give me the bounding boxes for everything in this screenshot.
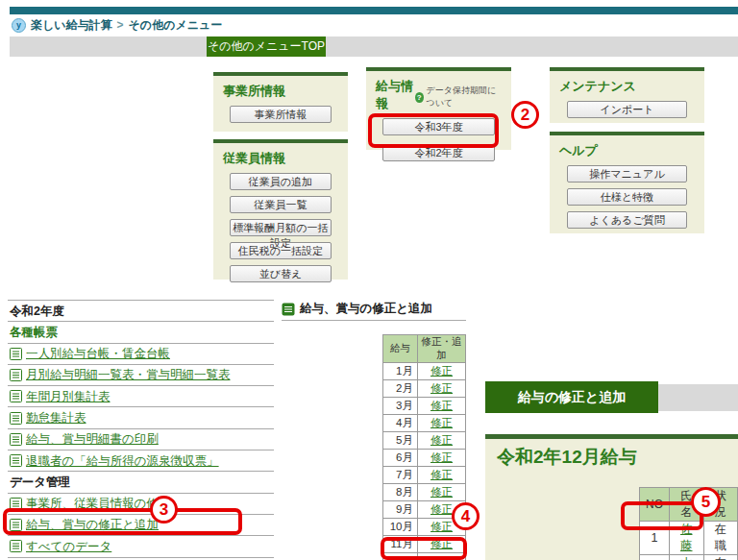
sidebar-item-all-data[interactable]: すべてのデータ (8, 536, 274, 557)
document-list-icon (10, 540, 22, 552)
top-accent-bar (10, 7, 738, 14)
edit-link-aug[interactable]: 修正 (430, 486, 453, 498)
table-row-sep: 9月修正 (383, 501, 466, 519)
section-title-employee: 従業員情報 (223, 150, 340, 167)
faq-button[interactable]: よくあるご質問 (567, 211, 687, 229)
table-row-feb: 2月修正 (383, 380, 466, 398)
employee-list-button[interactable]: 従業員一覧 (230, 196, 332, 213)
sidebar-group-data-management: データ管理 (8, 472, 274, 493)
office-info-button[interactable]: 事業所情報 (230, 106, 332, 123)
app-screen: y 楽しい給与計算 > その他のメニュー その他のメニューTOP 事業所情報 事… (0, 0, 738, 560)
section-title-salary: 給与情報 (376, 78, 415, 112)
document-list-icon (10, 433, 22, 446)
edit-link-jul[interactable]: 修正 (430, 469, 453, 480)
table-row-jul: 7月修正 (383, 467, 466, 484)
specs-features-button[interactable]: 仕様と特徴 (567, 188, 687, 206)
document-list-icon (10, 348, 22, 360)
column-header-action: 修正・追加 (418, 335, 466, 363)
edit-link-may[interactable]: 修正 (430, 434, 453, 446)
month-cell: 5月 (383, 432, 418, 450)
document-list-icon (10, 519, 22, 531)
sidebar-link-label[interactable]: 月別給与明細一覧表・賞与明細一覧表 (26, 365, 231, 386)
toolbar-gray-bar (10, 37, 738, 57)
salary-year-reiwa2-button[interactable]: 令和2年度 (382, 144, 494, 161)
month-panel-title-label: 給与、賞与の修正と追加 (300, 301, 432, 317)
document-list-icon (282, 303, 295, 316)
edit-link-sep[interactable]: 修正 (430, 503, 453, 515)
edit-link-apr[interactable]: 修正 (430, 417, 453, 428)
employee-status: 在職 (703, 522, 738, 555)
section-help: ヘルプ 操作マニュアル 仕様と特徴 よくあるご質問 (550, 132, 704, 233)
operation-manual-button[interactable]: 操作マニュアル (567, 165, 687, 183)
month-cell: 3月 (383, 398, 418, 415)
data-retention-hint-label: データ保持期間について (427, 85, 502, 110)
sidebar-item-retiree-withholding-slip[interactable]: 退職者の「給与所得の源泉徴収票」 (8, 450, 274, 472)
sidebar-link-label[interactable]: 退職者の「給与所得の源泉徴収票」 (26, 450, 219, 472)
edit-link-oct[interactable]: 修正 (430, 521, 453, 532)
reorder-button[interactable]: 並び替え (230, 265, 332, 282)
sidebar-item-salary-bonus-edit[interactable]: 給与、賞与の修正と追加 (8, 515, 274, 536)
sidebar-item-annual-monthly-summary[interactable]: 年間月別集計表 (8, 386, 274, 407)
sidebar-item-attendance-summary[interactable]: 勤怠集計表 (8, 407, 274, 428)
table-row-mar: 3月修正 (383, 398, 466, 415)
standard-salary-batch-button[interactable]: 標準報酬月額の一括設定 (230, 219, 332, 236)
sidebar-item-monthly-statement-list[interactable]: 月別給与明細一覧表・賞与明細一覧表 (8, 365, 274, 386)
month-cell: 7月 (383, 467, 418, 484)
breadcrumb-root[interactable]: 楽しい給与計算 (31, 17, 112, 34)
salary-month-table: 給与 修正・追加 1月修正 2月修正 3月修正 4月修正 5月修正 6月修正 7… (382, 334, 466, 560)
app-logo-icon: y (12, 18, 26, 33)
sidebar-link-label[interactable]: 事業所、従業員情報の修正 (26, 494, 170, 515)
menu-top-button[interactable]: その他のメニューTOP (207, 37, 326, 57)
breadcrumb: y 楽しい給与計算 > その他のメニュー (12, 16, 222, 34)
employee-add-button[interactable]: 従業員の追加 (230, 173, 332, 190)
sidebar-link-label[interactable]: 給与、賞与明細書の印刷 (26, 429, 159, 450)
salary-year-reiwa3-button[interactable]: 令和3年度 (382, 118, 494, 135)
table-row-oct: 10月修正 (383, 519, 466, 536)
sidebar-year-title: 令和2年度 (8, 301, 274, 322)
month-cell: 9月 (383, 501, 418, 519)
month-cell: 11月 (383, 536, 418, 553)
import-button[interactable]: インポート (567, 101, 687, 118)
employee-name-link[interactable]: 佐藤 (680, 523, 693, 552)
edit-link-dec[interactable]: 修正 (430, 555, 453, 560)
edit-link-jan[interactable]: 修正 (430, 365, 453, 377)
section-title-help: ヘルプ (559, 142, 697, 159)
month-cell: 6月 (383, 450, 418, 467)
column-header-name: 氏名 (670, 488, 704, 522)
edit-link-feb[interactable]: 修正 (430, 382, 453, 394)
document-list-icon (10, 498, 22, 510)
section-employee-info: 従業員情報 従業員の追加 従業員一覧 標準報酬月額の一括設定 住民税の一括設定 … (213, 139, 348, 280)
edit-link-mar[interactable]: 修正 (430, 400, 453, 411)
table-header-row: NO 氏名 状況 (640, 488, 738, 522)
edit-link-jun[interactable]: 修正 (430, 451, 453, 463)
month-cell: 8月 (383, 484, 418, 501)
sidebar-item-payroll-ledger[interactable]: 一人別給与台帳・賃金台帳 (8, 344, 274, 365)
table-row-jan: 1月修正 (383, 363, 466, 380)
sidebar-link-label[interactable]: 給与、賞与の修正と追加 (26, 515, 159, 536)
edit-link-nov[interactable]: 修正 (430, 538, 453, 549)
employee-name-link[interactable]: 山田 (680, 556, 693, 560)
sidebar-link-label[interactable]: すべてのデータ (26, 536, 111, 557)
month-cell: 12月 (383, 553, 418, 560)
month-cell: 4月 (383, 415, 418, 432)
section-title-maintenance: メンテナンス (559, 78, 697, 95)
data-retention-hint-link[interactable]: ? データ保持期間について (415, 85, 502, 110)
breadcrumb-separator: > (117, 18, 124, 32)
column-header-no: NO (640, 488, 670, 522)
table-row-aug: 8月修正 (383, 484, 466, 501)
table-row-jun: 6月修正 (383, 450, 466, 467)
employee-status: 在職 (703, 555, 738, 560)
month-panel-title-underline (282, 320, 466, 321)
table-row-nov: 11月修正 (383, 536, 466, 553)
column-header-month: 給与 (383, 335, 418, 363)
sidebar-link-label[interactable]: 勤怠集計表 (26, 407, 86, 428)
sidebar-link-label[interactable]: 一人別給与台帳・賃金台帳 (26, 344, 170, 365)
sidebar-link-label[interactable]: 年間月別集計表 (26, 386, 111, 407)
employee-no: 2 (640, 555, 670, 560)
detail-panel-subtitle: 令和2年12月給与 (497, 445, 637, 470)
sidebar-item-statement-print[interactable]: 給与、賞与明細書の印刷 (8, 429, 274, 450)
resident-tax-batch-button[interactable]: 住民税の一括設定 (230, 242, 332, 259)
sidebar-item-office-employee-edit[interactable]: 事業所、従業員情報の修正 (8, 494, 274, 515)
column-header-status: 状況 (703, 488, 738, 522)
document-list-icon (10, 369, 22, 381)
